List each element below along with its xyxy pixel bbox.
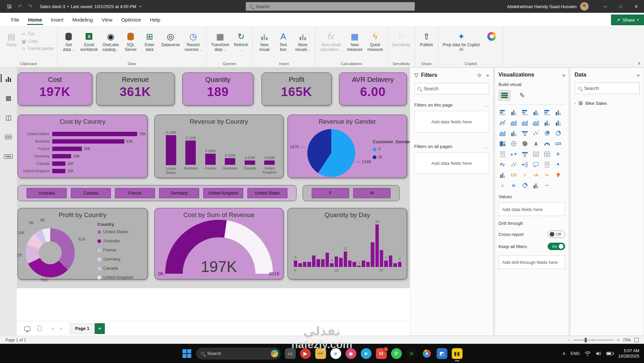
sql-server-button[interactable]: SQLServer bbox=[122, 29, 140, 53]
visual-stacked-area-chart[interactable] bbox=[521, 119, 529, 127]
language-indicator[interactable]: ENG bbox=[571, 351, 580, 356]
visual-button-slicer[interactable]: ϟ bbox=[521, 171, 529, 179]
visual-azure-map[interactable] bbox=[532, 140, 540, 148]
nav-table-view[interactable]: ▦ bbox=[2, 92, 15, 103]
visual-map[interactable] bbox=[510, 140, 518, 148]
hidden-icons-chevron[interactable]: ∧ bbox=[562, 351, 566, 356]
code-editor-icon[interactable]: ◩ bbox=[436, 348, 447, 359]
format-painter-button[interactable]: ✎Format painter bbox=[22, 46, 54, 51]
visual-multi-row-card[interactable] bbox=[498, 150, 507, 158]
visual-ribbon-chart[interactable] bbox=[498, 129, 507, 137]
data-search-box[interactable] bbox=[575, 83, 640, 94]
filters-search-input[interactable] bbox=[424, 86, 486, 91]
visual-line-and-clustered-column-chart[interactable] bbox=[554, 119, 562, 127]
slicer-button-united-kingdom[interactable]: United Kingdom bbox=[203, 188, 243, 198]
expand-chevron-icon[interactable]: › bbox=[575, 101, 576, 105]
photos-icon[interactable]: ◉ bbox=[345, 348, 356, 359]
onelake-catalog-button[interactable]: ◉OneLakecatalog⌄ bbox=[101, 29, 121, 53]
slicer-button-australia[interactable]: Australia bbox=[27, 188, 67, 198]
recent-sources-button[interactable]: ◷Recentsources⌄ bbox=[183, 29, 204, 53]
visual-store-visual[interactable] bbox=[532, 181, 540, 189]
chart-cost-by-country[interactable]: Cost by CountryUnited States72KAustralia… bbox=[18, 115, 148, 178]
get-data-button[interactable]: Getdata⌄ bbox=[60, 29, 78, 53]
nav-model-view[interactable]: ◫ bbox=[2, 112, 15, 123]
visual-table[interactable] bbox=[532, 150, 540, 158]
whatsapp-icon[interactable]: ✆ bbox=[391, 348, 402, 359]
visual-qa-visual[interactable] bbox=[532, 160, 540, 169]
more-options-icon[interactable]: ... bbox=[483, 144, 489, 149]
visual-slicer[interactable] bbox=[521, 150, 529, 158]
spotify-icon[interactable]: ≋ bbox=[406, 348, 417, 359]
mail-icon[interactable]: M1 bbox=[376, 348, 387, 359]
refresh-button[interactable]: ↻Refresh⌄ bbox=[232, 29, 250, 53]
data-table-bike-sales[interactable]: › ⊞ Bike Sales bbox=[575, 100, 640, 106]
report-canvas[interactable]: Cost197KRevenue361KQuantity189Profit165K… bbox=[17, 67, 410, 321]
visual-kpi[interactable]: ▲▼ bbox=[510, 150, 518, 158]
visual-dot-plot[interactable] bbox=[510, 160, 518, 169]
drill-through-dropzone[interactable]: Add drill-through fields here bbox=[498, 255, 565, 269]
format-visual-tab[interactable]: ✎ bbox=[519, 91, 525, 99]
menu-tab-modeling[interactable]: Modeling bbox=[68, 14, 97, 26]
page-tab[interactable]: Page 1 bbox=[70, 323, 95, 334]
nav-report-view[interactable] bbox=[2, 73, 15, 84]
text-box-button[interactable]: ATextbox bbox=[274, 29, 292, 53]
user-name[interactable]: Abdelrahman Hamdy Saad Hussien bbox=[507, 4, 577, 9]
browser-icon[interactable]: e bbox=[330, 348, 341, 359]
chart-revenue-by-gender[interactable]: Revenue by Gender214K147KCustomer_Gender… bbox=[287, 115, 407, 178]
visual-gauge[interactable] bbox=[543, 140, 551, 148]
visual-smart-narrative[interactable] bbox=[543, 160, 551, 169]
filters-search-box[interactable] bbox=[414, 83, 489, 94]
zoom-out-icon[interactable]: − bbox=[568, 338, 570, 342]
menu-tab-insert[interactable]: Insert bbox=[47, 14, 68, 26]
visual-clustered-bar-chart[interactable] bbox=[521, 108, 529, 116]
chart-cost-gauge[interactable]: Cost by Sum of Revenue197K0K361K bbox=[154, 208, 283, 279]
more-visuals-button[interactable]: Morevisuals⌄ bbox=[293, 29, 312, 53]
new-page-button[interactable]: + bbox=[95, 323, 105, 334]
zoom-in-icon[interactable]: + bbox=[617, 338, 619, 342]
global-search-box[interactable] bbox=[246, 2, 415, 11]
visual-100-stacked-column-chart[interactable] bbox=[554, 108, 562, 116]
chart-profit-by-country[interactable]: Profit by Country61K50K21K14K9K9KCountry… bbox=[18, 208, 148, 279]
desktop-layout-icon[interactable] bbox=[24, 327, 30, 331]
visual-power-automate-visual[interactable]: ≫ bbox=[510, 181, 518, 189]
copy-button[interactable]: ▣Copy bbox=[22, 38, 54, 44]
chart-quantity-by-day[interactable]: Quantity by Day53121335401020 bbox=[287, 208, 407, 279]
visual-arcgis-map[interactable] bbox=[554, 171, 562, 179]
visual-scatter-chart[interactable] bbox=[532, 129, 540, 137]
visual-100-stacked-area-chart[interactable] bbox=[532, 119, 540, 127]
visual-paid-visual[interactable] bbox=[521, 181, 529, 189]
visual-matrix[interactable] bbox=[543, 150, 551, 158]
visual-r-script-visual[interactable]: R bbox=[554, 150, 562, 158]
visual-card[interactable]: 123 bbox=[554, 140, 562, 148]
visual-text-slicer[interactable]: ϟA bbox=[532, 171, 540, 179]
quick-measure-button[interactable]: ϟQuickmeasure bbox=[366, 29, 385, 53]
global-search-input[interactable] bbox=[255, 4, 411, 9]
chrome-icon[interactable] bbox=[421, 348, 432, 359]
wifi-icon[interactable] bbox=[585, 351, 591, 356]
visual-metrics[interactable]: ⚑ bbox=[554, 160, 562, 169]
title-caret-icon[interactable]: ▾ bbox=[140, 5, 141, 8]
all-pages-filters-dropzone[interactable]: Add data fields here bbox=[414, 152, 489, 174]
clock[interactable]: 5:07 AM 10/28/2025 bbox=[618, 348, 639, 359]
visual-list-slicer[interactable]: ϟ≡ bbox=[543, 171, 551, 179]
visual-funnel-chart[interactable] bbox=[521, 129, 529, 137]
battery-icon[interactable] bbox=[606, 352, 613, 355]
new-visual-button[interactable]: Newvisual bbox=[255, 29, 273, 53]
menu-tab-home[interactable]: Home bbox=[24, 14, 47, 26]
desktop-window-icon[interactable]: ▭ bbox=[285, 348, 296, 359]
cut-button[interactable]: ✂Cut bbox=[22, 31, 54, 36]
paste-button[interactable]: ▤Paste bbox=[3, 29, 20, 48]
visual-area-chart[interactable] bbox=[510, 119, 518, 127]
chart-revenue-by-country[interactable]: Revenue by Country0.14MUnited States0.11… bbox=[154, 115, 283, 178]
kpi-card-quantity[interactable]: Quantity189 bbox=[182, 72, 253, 105]
collapse-filters-icon[interactable]: » bbox=[486, 72, 489, 78]
previous-page-icon[interactable]: ‹ bbox=[49, 325, 57, 332]
save-icon[interactable]: 🖫 bbox=[7, 4, 12, 9]
mobile-layout-icon[interactable] bbox=[38, 326, 41, 331]
visual-100-stacked-bar-chart[interactable] bbox=[543, 108, 551, 116]
collapse-visualizations-icon[interactable]: » bbox=[562, 72, 565, 78]
publish-button[interactable]: ⇧Publish bbox=[418, 29, 435, 48]
kpi-card-revenue[interactable]: Revenue361K bbox=[96, 72, 175, 105]
visual-filled-map[interactable] bbox=[521, 140, 529, 148]
build-visual-tab[interactable] bbox=[498, 90, 511, 101]
